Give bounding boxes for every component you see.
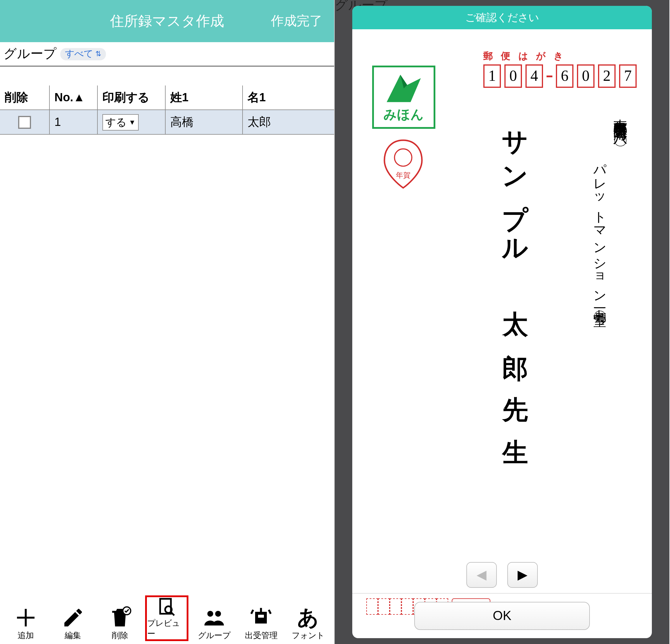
zip-digit: 1 [483, 64, 501, 88]
preview-button[interactable]: プレビュー [145, 595, 189, 641]
postcard-preview: みほん 年賀 郵 便 は が き 1 0 4 6 [360, 38, 644, 630]
zip-digit: 2 [598, 64, 616, 88]
chevron-down-icon: ▼ [129, 118, 136, 126]
col-delete[interactable]: 削除 [0, 86, 50, 109]
ok-button[interactable]: OK [414, 602, 590, 630]
preview-icon [155, 597, 179, 617]
col-mei[interactable]: 名1 [243, 86, 334, 109]
row-checkbox[interactable] [18, 116, 31, 129]
table-row[interactable]: 1 する ▼ 高橋 太郎 [0, 110, 334, 135]
zip-digit: 6 [556, 64, 574, 88]
preview-panel: グループ ご確認ください みほん 年賀 郵 便 は が [335, 0, 669, 644]
stamp-text: みほん [384, 106, 424, 123]
svg-point-3 [207, 611, 213, 617]
col-no[interactable]: No.▲ [50, 86, 98, 109]
yubin-label: 郵 便 は が き [483, 50, 563, 63]
triangle-right-icon: ▶ [518, 567, 527, 582]
mailbox-icon [250, 606, 273, 629]
confirm-modal: ご確認ください みほん 年賀 郵 便 は が き [352, 6, 652, 638]
row-sei: 高橋 [165, 110, 243, 134]
zip-digit: 7 [619, 64, 636, 88]
next-button[interactable]: ▶ [507, 562, 538, 588]
triangle-left-icon: ◀ [477, 567, 486, 582]
group-filter-row: グループ すべて ⇅ [0, 42, 334, 66]
zip-digit: 0 [577, 64, 594, 88]
font-icon: あ [296, 606, 320, 629]
address-line-2: パレットマンション二七〇一号室 [591, 155, 608, 305]
zip-digit: 0 [505, 64, 522, 88]
group-value: すべて [65, 48, 93, 60]
delete-button[interactable]: 削除 [98, 595, 142, 641]
updown-icon: ⇅ [95, 50, 101, 57]
print-value: する [105, 115, 126, 129]
table-header: 削除 No.▲ 印刷する 姓1 名1 [0, 86, 334, 110]
row-no: 1 [50, 110, 98, 134]
group-icon [202, 606, 226, 629]
trash-icon [108, 606, 132, 629]
col-sei[interactable]: 姓1 [165, 86, 243, 109]
edit-button[interactable]: 編集 [51, 595, 94, 641]
done-button[interactable]: 作成完了 [271, 12, 322, 30]
zip-digit: 4 [525, 64, 543, 88]
svg-point-4 [215, 611, 221, 617]
svg-point-7 [394, 149, 412, 166]
nenga-mark-icon: 年賀 [381, 141, 425, 187]
svg-rect-6 [258, 615, 264, 618]
svg-text:年賀: 年賀 [396, 171, 411, 179]
stamp: みほん [372, 66, 436, 129]
zip-dash [547, 75, 552, 77]
add-button[interactable]: 追加 [4, 595, 48, 641]
group-button[interactable]: グループ [192, 595, 236, 641]
row-mei: 太郎 [243, 110, 334, 134]
col-print[interactable]: 印刷する [98, 86, 165, 109]
header: 住所録マスタ作成 作成完了 [0, 0, 334, 42]
prev-button[interactable]: ◀ [466, 562, 497, 588]
zip-code: 1 0 4 6 0 2 7 [483, 64, 636, 88]
address-line-1: 東京都中央区晴海一ー八ー一〇 [611, 108, 630, 124]
print-select[interactable]: する ▼ [103, 114, 139, 130]
address-master-panel: 住所録マスタ作成 作成完了 グループ すべて ⇅ 削除 No.▲ 印刷する 姓1… [0, 0, 335, 644]
modal-title: ご確認ください [352, 6, 652, 29]
crane-icon [383, 71, 424, 106]
address-table: 削除 No.▲ 印刷する 姓1 名1 1 する ▼ 高橋 太郎 [0, 66, 334, 135]
plus-icon [14, 606, 38, 629]
group-select[interactable]: すべて ⇅ [60, 48, 106, 60]
group-label: グループ [3, 45, 57, 63]
page-title: 住所録マスタ作成 [110, 12, 224, 30]
nav-arrows: ◀ ▶ [352, 562, 652, 588]
pencil-icon [61, 606, 84, 629]
font-button[interactable]: あ フォント [286, 595, 330, 641]
sendrecv-button[interactable]: 出受管理 [240, 595, 283, 641]
toolbar: 追加 編集 削除 プレビュー グループ 出受管理 [0, 592, 334, 644]
recipient-name: サンプル 太 郎 先 生 [498, 113, 533, 425]
